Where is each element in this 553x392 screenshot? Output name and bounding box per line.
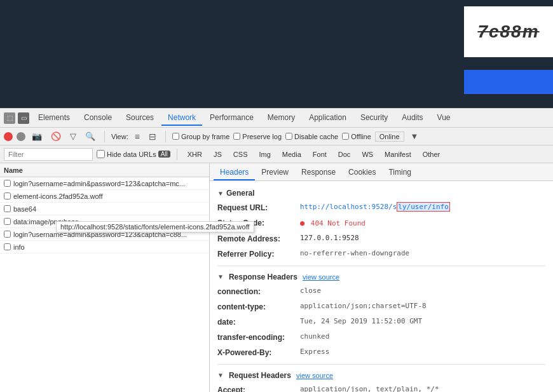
tab-memory[interactable]: Memory	[261, 111, 301, 126]
hide-urls-label[interactable]: Hide data URLs All	[97, 150, 170, 158]
devtools-main: Name login?username=admin&password=123&c…	[0, 163, 553, 392]
all-badge: All	[158, 151, 170, 158]
captcha-text: 7c88m	[477, 22, 539, 42]
online-button[interactable]: Online	[375, 132, 404, 142]
separator-2	[165, 131, 166, 142]
blue-button[interactable]	[464, 70, 553, 94]
list-view-icon[interactable]: ≡	[132, 130, 142, 143]
disable-cache-label[interactable]: Disable cache	[285, 133, 338, 140]
hide-urls-checkbox[interactable]	[97, 150, 105, 158]
device-icon[interactable]: ▭	[18, 112, 29, 124]
request-url-row: Request URL: http://localhost:9528/sly/u…	[217, 200, 545, 215]
detail-tab-preview[interactable]: Preview	[255, 165, 295, 180]
list-item-info[interactable]: info	[0, 241, 209, 253]
x-powered-by-value: Express	[300, 347, 329, 358]
connection-value: close	[300, 286, 321, 297]
tooltip-popup: http://localhost:9528/static/fonts/eleme…	[56, 221, 210, 233]
offline-label[interactable]: Offline	[342, 133, 371, 140]
stop-button[interactable]	[17, 132, 25, 141]
filter-icon[interactable]: ▽	[67, 130, 79, 142]
item-checkbox-0[interactable]	[4, 180, 11, 187]
divider-2	[217, 364, 545, 365]
filter-manifest[interactable]: Manifest	[381, 149, 415, 159]
general-section-header[interactable]: General	[217, 186, 545, 200]
referrer-policy-label: Referrer Policy:	[217, 248, 300, 260]
filter-css[interactable]: CSS	[229, 149, 252, 159]
camera-icon[interactable]: 📷	[29, 130, 44, 142]
referrer-policy-row: Referrer Policy: no-referrer-when-downgr…	[217, 247, 545, 262]
group-by-frame-label[interactable]: Group by frame	[172, 133, 229, 140]
divider-1	[217, 266, 545, 266]
tab-audits[interactable]: Audits	[395, 111, 429, 126]
detail-tab-cookies[interactable]: Cookies	[342, 165, 382, 180]
request-url-label: Request URL:	[217, 202, 300, 213]
accept-row: Accept: application/json, text/plain, */…	[217, 382, 545, 393]
record-button[interactable]	[4, 132, 13, 141]
preserve-log-checkbox[interactable]	[233, 133, 240, 140]
tab-security[interactable]: Security	[354, 111, 394, 126]
dropdown-icon[interactable]: ▼	[408, 130, 421, 142]
item-checkbox-2[interactable]	[4, 205, 11, 212]
filter-img[interactable]: Img	[255, 149, 274, 159]
view-source-link[interactable]: view source	[303, 273, 339, 281]
response-headers-section[interactable]: Response Headers view source	[217, 270, 545, 284]
offline-checkbox[interactable]	[342, 133, 349, 140]
filter-xhr[interactable]: XHR	[184, 149, 206, 159]
tab-sources[interactable]: Sources	[119, 111, 160, 126]
filter-toolbar: Hide data URLs All XHR JS CSS Img Media …	[0, 145, 553, 163]
filter-js[interactable]: JS	[210, 149, 226, 159]
accept-value: application/json, text/plain, */*	[300, 384, 439, 393]
item-checkbox-4[interactable]	[4, 231, 11, 238]
filter-input[interactable]	[4, 148, 93, 161]
transfer-encoding-label: transfer-encoding:	[217, 332, 300, 343]
filter-media[interactable]: Media	[278, 149, 305, 159]
referrer-policy-value: no-referrer-when-downgrade	[300, 248, 409, 260]
status-code-value: ● 404 Not Found	[300, 217, 365, 229]
item-checkbox-1[interactable]	[4, 193, 11, 199]
inspect-icon[interactable]: ⬚	[4, 112, 15, 124]
list-item[interactable]: element-icons.2fad952a.woff	[0, 190, 209, 203]
tab-performance[interactable]: Performance	[203, 111, 260, 126]
preserve-log-label[interactable]: Preserve log	[233, 133, 282, 140]
date-label: date:	[217, 316, 300, 328]
tab-console[interactable]: Console	[78, 111, 118, 126]
devtools-tabs: ⬚ ▭ Elements Console Sources Network Per…	[0, 109, 553, 128]
tab-application[interactable]: Application	[303, 111, 353, 126]
detail-tab-response[interactable]: Response	[295, 165, 342, 180]
list-item[interactable]: base64	[0, 203, 209, 215]
content-type-value: application/json;charset=UTF-8	[300, 301, 427, 313]
separator-1	[104, 131, 105, 142]
large-view-icon[interactable]: ⊟	[146, 130, 159, 143]
network-toolbar: 📷 🚫 ▽ 🔍 View: ≡ ⊟ Group by frame Preserv…	[0, 128, 553, 145]
disable-cache-checkbox[interactable]	[285, 133, 292, 140]
transfer-encoding-value: chunked	[300, 332, 329, 343]
filter-other[interactable]: Other	[419, 149, 444, 159]
group-by-frame-checkbox[interactable]	[172, 133, 179, 140]
remote-address-row: Remote Address: 127.0.0.1:9528	[217, 231, 545, 247]
detail-tab-timing[interactable]: Timing	[382, 165, 418, 180]
separator-3	[177, 149, 177, 160]
detail-tabs: Headers Preview Response Cookies Timing	[210, 163, 553, 181]
remote-address-value: 127.0.0.1:9528	[300, 233, 359, 245]
filter-doc[interactable]: Doc	[334, 149, 355, 159]
tab-network[interactable]: Network	[161, 111, 202, 126]
item-checkbox-5[interactable]	[4, 243, 11, 250]
filter-font[interactable]: Font	[309, 149, 331, 159]
url-highlight: ly/user/info	[397, 202, 449, 212]
clear-icon[interactable]: 🚫	[48, 130, 64, 142]
tab-elements[interactable]: Elements	[32, 111, 76, 126]
content-type-label: content-type:	[217, 301, 300, 313]
list-item[interactable]: login?username=admin&password=123&captch…	[0, 177, 209, 190]
detail-tab-headers[interactable]: Headers	[214, 165, 255, 180]
status-text: 404 Not Found	[311, 219, 365, 227]
browser-top: 7c88m	[0, 0, 553, 108]
status-dot: ●	[300, 219, 304, 227]
tab-vue[interactable]: Vue	[431, 111, 457, 126]
x-powered-by-label: X-Powered-By:	[217, 347, 300, 358]
filter-ws[interactable]: WS	[358, 149, 377, 159]
search-icon[interactable]: 🔍	[83, 130, 98, 142]
item-checkbox-3[interactable]	[4, 218, 11, 225]
network-list-header: Name	[0, 163, 209, 177]
request-view-source-link[interactable]: view source	[296, 372, 333, 379]
request-headers-section[interactable]: Request Headers view source	[217, 368, 545, 382]
